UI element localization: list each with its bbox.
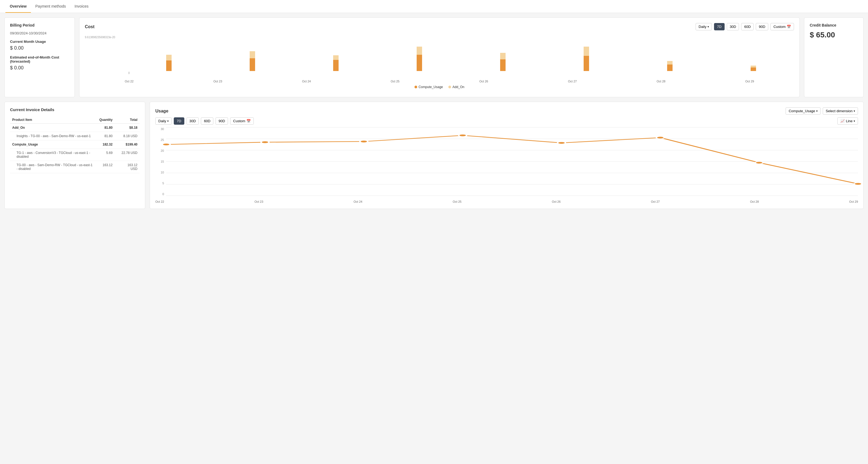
bar-addon [250,51,255,58]
line-dot [261,141,269,143]
usage-30d-button[interactable]: 30D [186,117,199,125]
total-cell: $8.18 [115,124,140,132]
y-axis-zero: 0 [128,71,794,74]
tab-overview[interactable]: Overview [5,0,31,13]
invoice-card: Current Invoice Details Product Item Qua… [4,102,145,209]
quantity-cell: 81.80 [96,124,115,132]
bar-x-label: Oct 25 [351,80,439,83]
bar-x-label: Oct 27 [528,80,617,83]
bar-compute [751,67,756,71]
credit-balance-title: Credit Balance [810,23,858,27]
bar-group [713,47,794,71]
line-dot [656,136,664,139]
bar-addon [333,55,339,60]
bar-x-label: Oct 29 [705,80,794,83]
bar-x-label: Oct 22 [85,80,174,83]
usage-card: Usage Compute_Usage ▾ Select dimension ▾… [150,102,864,209]
x-axis-label: Oct 29 [849,200,858,203]
x-axis-label: Oct 28 [750,200,759,203]
bar-addon [166,55,172,60]
col-product: Product Item [10,116,96,124]
col-total: Total [115,116,140,124]
table-row: TG-00 - aws - Sam-Demo-RW - TGCloud - us… [10,161,140,173]
billing-period-title: Billing Period [10,23,69,27]
line-dot [755,161,763,164]
credit-balance-card: Credit Balance $ 65.00 [804,17,864,97]
calendar-icon: 📅 [787,25,791,29]
usage-60d-button[interactable]: 60D [201,117,213,125]
table-row: Insights - TG-00 - aws - Sam-Demo-RW - u… [10,132,140,141]
y-axis: 30 25 20 15 10 5 0 [155,127,165,196]
bar-x-label: Oct 24 [262,80,351,83]
product-cell: Add_On [10,124,96,132]
x-axis-label: Oct 22 [155,200,164,203]
quantity-cell: 5.69 [96,149,115,161]
tab-payment-methods[interactable]: Payment methods [31,0,70,13]
product-cell: Compute_Usage [10,141,96,149]
bar-compute [250,58,255,71]
bar-x-label: Oct 28 [617,80,705,83]
cost-bar-chart: 9.613898235698323e-20 0 Oct 22Oct 23Oct … [85,33,794,92]
billing-date-range: 09/30/2024-10/30/2024 [10,31,69,35]
forecasted-label: Estimated end-of-Month Cost (forecasted) [10,55,69,63]
usage-daily-select[interactable]: Daily ▾ [155,117,172,125]
x-axis-label: Oct 25 [453,200,461,203]
chevron-down-icon-2: ▾ [816,110,817,113]
bar-group [462,47,544,71]
bar-compute [333,60,339,71]
bar-addon [500,53,505,59]
chevron-down-icon-3: ▾ [854,110,855,113]
bar-group [128,47,210,71]
bar-x-label: Oct 26 [439,80,528,83]
bar-compute [417,55,422,71]
y-axis-label: 9.613898235698323e-20 [85,36,115,39]
bar-addon [751,66,756,67]
total-cell: 8.18 USD [115,132,140,141]
addon-legend-label: Add_On [453,85,464,89]
chevron-down-icon-4: ▾ [167,120,168,123]
compute-legend-label: Compute_Usage [418,85,443,89]
chart-type-select[interactable]: 📈 Line ▾ [837,117,858,125]
bar-addon [584,47,589,56]
line-chart-icon: 📈 [840,119,845,123]
product-cell: Insights - TG-00 - aws - Sam-Demo-RW - u… [10,132,96,141]
compute-usage-select[interactable]: Compute_Usage ▾ [785,107,820,115]
usage-custom-button[interactable]: Custom 📅 [230,117,254,125]
product-cell: TG-1 - aws - ConversionV3 - TGCloud - us… [10,149,96,161]
usage-title: Usage [155,109,168,114]
line-dot [459,134,467,136]
bar-group [212,47,293,71]
bar-compute [584,56,589,71]
bar-group [546,47,627,71]
period-60d-button[interactable]: 60D [741,23,754,30]
daily-interval-select[interactable]: Daily ▾ [695,23,712,30]
usage-7d-button[interactable]: 7D [174,117,184,125]
period-7d-button[interactable]: 7D [714,23,724,30]
cost-card: Cost Daily ▾ 7D 30D 60D 90D Custom 📅 [79,17,800,97]
top-nav: Overview Payment methods Invoices [0,0,868,13]
chart-legend: Compute_Usage Add_On [85,85,794,89]
bar-addon [667,61,673,64]
bar-compute [166,60,172,71]
quantity-cell: 81.80 [96,132,115,141]
line-dot [854,183,862,185]
usage-90d-button[interactable]: 90D [216,117,228,125]
credit-amount: $ 65.00 [810,31,858,39]
select-dimension-button[interactable]: Select dimension ▾ [823,107,858,115]
total-cell: $199.40 [115,141,140,149]
calendar-icon-2: 📅 [246,119,251,123]
cost-custom-button[interactable]: Custom 📅 [770,23,794,30]
x-axis-label: Oct 27 [651,200,659,203]
chevron-down-icon: ▾ [708,25,709,28]
quantity-cell: 182.32 [96,141,115,149]
billing-period-card: Billing Period 09/30/2024-10/30/2024 Cur… [4,17,75,97]
line-dot [360,141,368,143]
line-dot [558,142,565,144]
compute-legend-dot [414,86,417,88]
period-90d-button[interactable]: 90D [756,23,768,30]
total-cell: 163.12 USD [115,161,140,173]
bar-x-label: Oct 23 [174,80,262,83]
bar-group [295,47,376,71]
period-30d-button[interactable]: 30D [727,23,739,30]
tab-invoices[interactable]: Invoices [70,0,93,13]
